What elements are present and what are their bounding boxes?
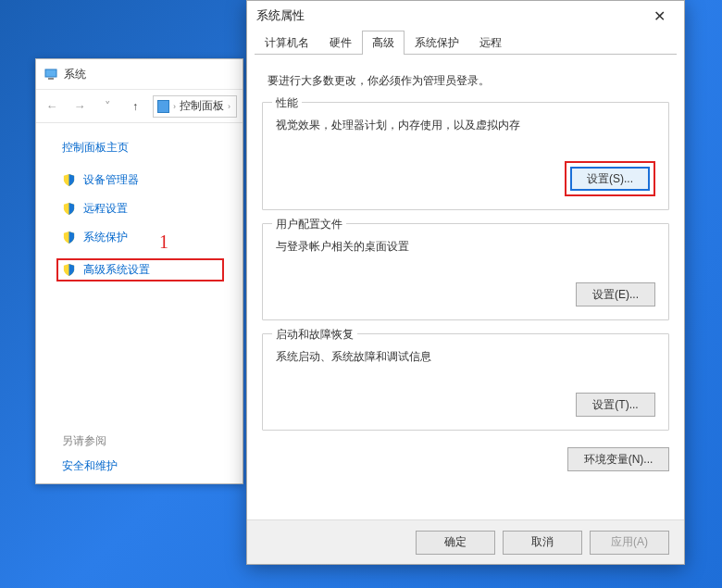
breadcrumb-text[interactable]: 控制面板	[180, 98, 224, 114]
group-description: 系统启动、系统故障和调试信息	[276, 349, 655, 365]
annotation-highlight: 设置(S)...	[565, 161, 655, 196]
profiles-settings-button[interactable]: 设置(E)...	[576, 282, 655, 307]
group-legend: 用户配置文件	[272, 217, 346, 232]
nav-up-button[interactable]: ↑	[125, 96, 145, 117]
tab-computer-name[interactable]: 计算机名	[255, 31, 319, 55]
shield-icon	[62, 263, 76, 277]
shield-icon	[62, 231, 76, 244]
group-startup-recovery: 启动和故障恢复 系统启动、系统故障和调试信息 设置(T)...	[262, 333, 669, 431]
tab-hardware[interactable]: 硬件	[319, 31, 362, 55]
group-description: 视觉效果，处理器计划，内存使用，以及虚拟内存	[276, 118, 655, 133]
svg-rect-1	[48, 78, 54, 80]
tab-protection[interactable]: 系统保护	[405, 31, 469, 55]
environment-variables-button[interactable]: 环境变量(N)...	[567, 447, 669, 471]
sidebar-title[interactable]: 控制面板主页	[62, 140, 230, 156]
sidebar-item-protection[interactable]: 系统保护	[62, 230, 230, 245]
breadcrumb-icon	[157, 100, 169, 113]
tab-advanced[interactable]: 高级	[362, 31, 405, 55]
group-performance: 性能 视觉效果，处理器计划，内存使用，以及虚拟内存 设置(S)...	[262, 102, 669, 210]
computer-icon	[44, 67, 58, 81]
dialog-titlebar: 系统属性 ✕	[247, 1, 684, 31]
see-also-title: 另请参阅	[62, 433, 118, 449]
see-also-section: 另请参阅 安全和维护	[62, 433, 118, 474]
sidebar-item-advanced[interactable]: 高级系统设置	[56, 258, 224, 281]
shield-icon	[62, 173, 76, 187]
group-legend: 性能	[272, 95, 302, 111]
sidebar-item-remote[interactable]: 远程设置	[62, 201, 230, 217]
nav-recent-dropdown[interactable]: ˅	[97, 96, 118, 117]
tab-strip: 计算机名 硬件 高级 系统保护 远程	[247, 31, 684, 55]
cancel-button[interactable]: 取消	[503, 531, 582, 555]
back-window-title: 系统	[64, 67, 86, 82]
chevron-right-icon: ›	[171, 102, 178, 111]
dialog-title: 系统属性	[256, 7, 305, 24]
group-legend: 启动和故障恢复	[272, 327, 357, 343]
dialog-body: 要进行大多数更改，你必须作为管理员登录。 性能 视觉效果，处理器计划，内存使用，…	[247, 55, 684, 431]
close-icon: ✕	[654, 7, 666, 25]
performance-settings-button[interactable]: 设置(S)...	[570, 167, 650, 191]
sidebar-item-label: 系统保护	[83, 230, 128, 245]
back-titlebar: 系统	[36, 59, 243, 90]
sidebar-item-label: 高级系统设置	[83, 262, 150, 278]
group-user-profiles: 用户配置文件 与登录帐户相关的桌面设置 设置(E)...	[262, 223, 669, 320]
sidebar-item-label: 设备管理器	[83, 172, 139, 188]
startup-settings-button[interactable]: 设置(T)...	[576, 393, 655, 417]
nav-back-button[interactable]: ←	[42, 96, 62, 117]
env-row: 环境变量(N)...	[247, 444, 684, 471]
admin-note: 要进行大多数更改，你必须作为管理员登录。	[268, 73, 669, 89]
apply-button[interactable]: 应用(A)	[590, 531, 669, 555]
ok-button[interactable]: 确定	[416, 531, 495, 555]
breadcrumb[interactable]: › 控制面板 ›	[153, 95, 237, 118]
annotation-1: 1	[159, 231, 168, 253]
tab-remote[interactable]: 远程	[469, 31, 512, 55]
dialog-footer: 确定 取消 应用(A)	[247, 519, 684, 564]
sidebar-item-device-manager[interactable]: 设备管理器	[62, 172, 230, 188]
svg-rect-0	[45, 69, 56, 77]
system-properties-dialog: 系统属性 ✕ 计算机名 硬件 高级 系统保护 远程 要进行大多数更改，你必须作为…	[246, 0, 685, 565]
shield-icon	[62, 202, 76, 216]
nav-toolbar: ← → ˅ ↑ › 控制面板 ›	[36, 90, 243, 123]
close-button[interactable]: ✕	[643, 1, 675, 31]
control-panel-window: 系统 ← → ˅ ↑ › 控制面板 › 控制面板主页 设备管理器 远程设置	[35, 58, 243, 484]
see-also-link-security[interactable]: 安全和维护	[62, 458, 118, 474]
chevron-right-icon: ›	[226, 102, 232, 111]
nav-forward-button[interactable]: →	[69, 96, 90, 117]
group-description: 与登录帐户相关的桌面设置	[276, 239, 655, 255]
sidebar: 控制面板主页 设备管理器 远程设置 系统保护 高级系统设置	[36, 123, 243, 281]
sidebar-item-label: 远程设置	[83, 201, 128, 217]
